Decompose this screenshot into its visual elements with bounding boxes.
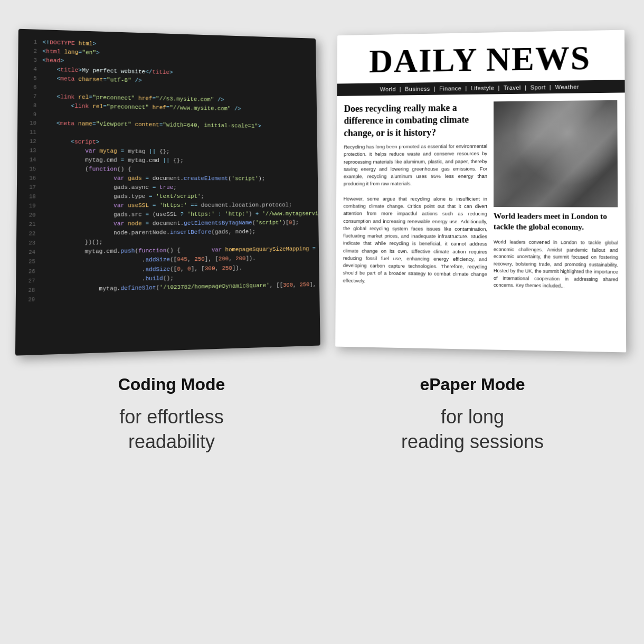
code-line: 18 gads.type = 'text/script'; [23,192,312,202]
nav-weather[interactable]: Weather [555,83,580,90]
main-article: Does recycling really make a difference … [343,101,488,289]
nav-business[interactable]: Business [405,86,430,92]
newspaper-title: DAILY NEWS [347,41,614,78]
nav-travel[interactable]: Travel [504,84,521,91]
newspaper-header: DAILY NEWS [337,30,625,84]
side-article-headline: World leaders meet in London to tackle t… [494,211,618,232]
epaper-panel: DAILY NEWS World | Business | Finance | … [335,30,626,353]
panels-row: 1 <!DOCTYPE html> 2 <html lang="en"> 3 <… [21,32,623,348]
nav-lifestyle[interactable]: Lifestyle [471,85,495,91]
epaper-mode-subtitle: for longreading sessions [401,405,544,454]
code-line: 16 var gads = document.createElement('sc… [24,174,312,183]
trash-image-visual [494,100,618,207]
nav-sport[interactable]: Sport [531,84,546,90]
code-line: 17 gads.async = true; [24,183,312,193]
main-article-headline: Does recycling really make a difference … [344,101,487,139]
labels-row: Coding Mode for effortlessreadability eP… [21,375,623,454]
article-image [494,100,618,207]
newspaper-body: Does recycling really make a difference … [336,92,626,296]
side-article: World leaders meet in London to tackle t… [494,100,618,291]
side-article-body: World leaders convened in London to tack… [494,239,618,290]
nav-world[interactable]: World [380,86,396,92]
coding-mode-subtitle: for effortlessreadability [119,405,223,454]
nav-finance[interactable]: Finance [439,85,461,91]
coding-mode-title: Coding Mode [118,375,225,394]
coding-panel: 1 <!DOCTYPE html> 2 <html lang="en"> 3 <… [15,29,320,356]
coding-mode-label-section: Coding Mode for effortlessreadability [21,375,322,454]
epaper-mode-title: ePaper Mode [420,375,525,394]
epaper-mode-label-section: ePaper Mode for longreading sessions [322,375,623,454]
main-container: 1 <!DOCTYPE html> 2 <html lang="en"> 3 <… [0,0,644,644]
code-line: 15 (function() { [24,165,312,175]
main-article-body: Recycling has long been promoted as esse… [343,143,488,286]
